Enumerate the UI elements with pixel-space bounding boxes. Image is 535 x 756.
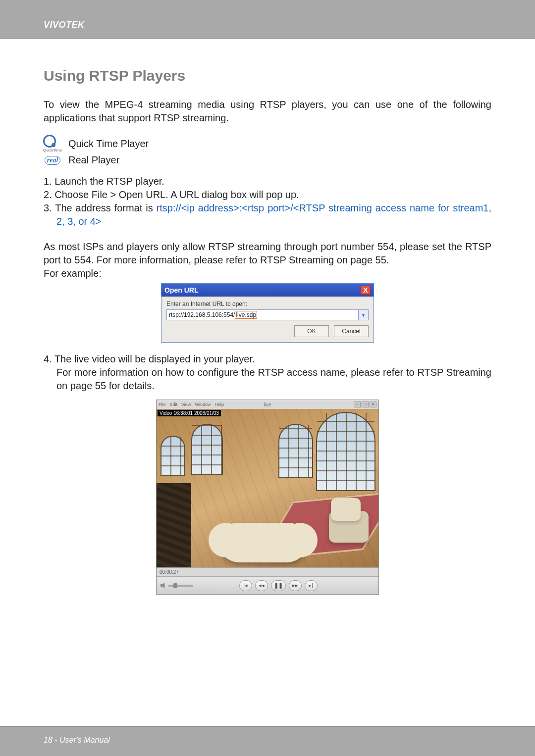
video-overlay-timestamp: Video 16:38:01 2008/01/03 [158, 410, 221, 416]
for-example-label: For example: [44, 267, 491, 280]
rewind-button[interactable]: ◂◂ [255, 580, 268, 591]
intro-paragraph: To view the MPEG-4 streaming media using… [44, 98, 491, 125]
close-window-icon[interactable]: ✕ [370, 402, 376, 407]
maximize-icon[interactable]: □ [362, 402, 369, 407]
menu-view[interactable]: View [181, 402, 191, 407]
quicktime-caption: QuickTime [43, 148, 62, 152]
menu-file[interactable]: File [159, 402, 166, 407]
speaker-icon [160, 583, 166, 589]
quicktime-label: Quick Time Player [68, 138, 149, 150]
page-content: Using RTSP Players To view the MPEG-4 st… [0, 39, 535, 595]
player-list: QuickTime Quick Time Player real Real Pl… [44, 135, 491, 166]
dialog-title: Open URL [164, 286, 198, 294]
dialog-titlebar: Open URL X [161, 284, 374, 297]
video-elapsed-time: 00:00:27 [160, 569, 179, 575]
url-input-prefix: rtsp://192.168.5.106:554/ [169, 311, 235, 318]
video-player-title: live [264, 402, 271, 407]
step-4-line1: 4. The live video will be displayed in y… [44, 353, 491, 366]
step-1: 1. Launch the RTSP player. [44, 175, 491, 188]
dialog-input-label: Enter an Internet URL to open: [166, 301, 369, 307]
player-row-quicktime: QuickTime Quick Time Player [44, 135, 491, 152]
realplayer-icon: real [44, 156, 61, 165]
close-icon[interactable]: X [361, 286, 371, 295]
scene-window [160, 436, 185, 476]
steps-list: 1. Launch the RTSP player. 2. Choose Fil… [44, 175, 491, 228]
scene-window [278, 424, 313, 478]
forward-button[interactable]: ▸▸ [289, 580, 302, 591]
volume-control[interactable] [160, 583, 193, 589]
section-title: Using RTSP Players [44, 67, 491, 84]
video-canvas: Video 16:38:01 2008/01/03 [157, 409, 378, 567]
scene-chair [331, 498, 361, 521]
menu-edit[interactable]: Edit [170, 402, 178, 407]
url-input[interactable]: rtsp://192.168.5.106:554/live.sdp [166, 309, 359, 320]
video-controls: |◂ ◂◂ ❚❚ ▸▸ ▸| [157, 576, 378, 594]
footer-text: 18 - User's Manual [44, 736, 110, 744]
cancel-button[interactable]: Cancel [334, 325, 369, 337]
scene-window [316, 412, 375, 491]
url-input-highlight: live.sdp [235, 311, 257, 319]
video-player-menubar: File Edit View Window Help live – □ ✕ [157, 400, 378, 409]
menu-window[interactable]: Window [195, 402, 211, 407]
brand-text: VIVOTEK [44, 20, 85, 30]
scene-stairs [157, 483, 191, 567]
video-time-bar[interactable]: 00:00:27 [157, 567, 378, 576]
volume-slider[interactable] [168, 585, 193, 587]
step-3: 3. The address format is rtsp://<ip addr… [44, 202, 491, 228]
chevron-down-icon[interactable]: ▾ [359, 309, 369, 320]
step-3-prefix: 3. The address format is [44, 202, 157, 213]
menu-help[interactable]: Help [214, 402, 224, 407]
header-bar: VIVOTEK [0, 0, 535, 39]
realplayer-icon-text: real [45, 156, 61, 165]
minimize-icon[interactable]: – [354, 402, 361, 407]
realplayer-label: Real Player [68, 154, 119, 166]
skip-start-button[interactable]: |◂ [239, 580, 252, 591]
video-player-window: File Edit View Window Help live – □ ✕ [156, 400, 379, 595]
skip-end-button[interactable]: ▸| [305, 580, 318, 591]
pause-button[interactable]: ❚❚ [271, 580, 286, 591]
port-note: As most ISPs and players only allow RTSP… [44, 240, 491, 267]
scene-sofa [218, 523, 308, 562]
ok-button[interactable]: OK [294, 325, 329, 337]
step-2: 2. Choose File > Open URL. A URL dialog … [44, 188, 491, 202]
player-row-realplayer: real Real Player [44, 154, 491, 166]
footer-bar: 18 - User's Manual [0, 726, 535, 756]
open-url-dialog: Open URL X Enter an Internet URL to open… [161, 283, 374, 343]
scene-window [191, 424, 223, 475]
step-4-line2: For more information on how to configure… [44, 366, 491, 393]
quicktime-icon: QuickTime [44, 135, 61, 152]
